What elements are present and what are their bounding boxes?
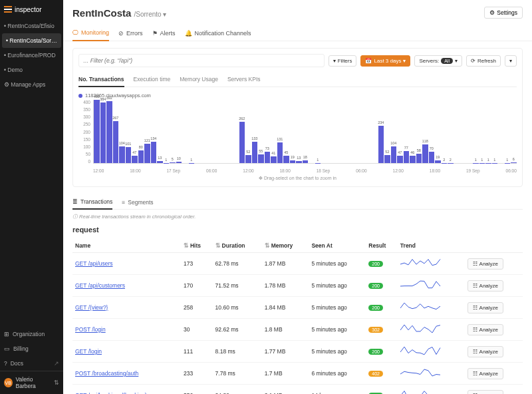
section-tab[interactable]: ≣ Transactions xyxy=(72,195,112,210)
sidebar-item[interactable]: • RentInCosta/Efisio xyxy=(0,19,63,33)
transactions-chart[interactable]: 400350300250200150100500 400384392267104… xyxy=(78,100,517,173)
status-badge: 200 xyxy=(368,283,383,289)
cell-result: 200 xyxy=(366,385,398,395)
chart-bar[interactable]: 47 xyxy=(397,156,403,163)
sort-icon: ⇅ xyxy=(215,242,221,249)
table-row: GET /{view?}25810.60 ms1.84 MB5 minutes … xyxy=(72,297,523,319)
chart-bar[interactable]: 384 xyxy=(100,102,106,163)
chart-bar[interactable]: 52 xyxy=(384,155,390,163)
col-memory[interactable]: ⇅Memory xyxy=(262,239,309,253)
refresh-menu[interactable]: ▾ xyxy=(505,55,517,67)
tab-alerts[interactable]: ⚑ Alerts xyxy=(152,25,176,41)
chart-bar[interactable]: 55 xyxy=(258,154,264,163)
sidebar-foot-item[interactable]: ▭ Billing xyxy=(0,341,63,356)
filters-button[interactable]: ▾ Filters xyxy=(329,55,357,67)
user-menu[interactable]: VB Valerio Barbera ⇅ xyxy=(0,371,63,394)
title-sub[interactable]: /Sorrento ▾ xyxy=(134,11,167,18)
chart-bar[interactable]: 400 xyxy=(94,100,100,163)
cell-actions: ☷ Analyze xyxy=(465,319,523,341)
analyze-button[interactable]: ☷ Analyze xyxy=(467,324,503,335)
transaction-link[interactable]: GET /api/users xyxy=(75,260,113,267)
logo-icon xyxy=(4,5,12,13)
sidebar-item[interactable]: • Demo xyxy=(0,63,63,77)
table-row: POST /broadcasting/auth2337.78 ms1.7 MB6… xyxy=(72,363,523,385)
cell-hits: 356 xyxy=(181,385,213,395)
chart-bar[interactable]: 267 xyxy=(113,121,119,163)
sidebar-foot-item[interactable]: ? Docs↗ xyxy=(0,356,63,371)
transaction-link[interactable]: POST /broadcasting/auth xyxy=(75,370,138,377)
chart-bar[interactable]: 19 xyxy=(290,160,296,164)
filter-input[interactable] xyxy=(78,54,325,67)
sidebar-item[interactable]: • Eurofinance/PROD xyxy=(0,48,63,63)
settings-button[interactable]: ⚙ Settings xyxy=(484,7,523,19)
chart-bar[interactable]: 104 xyxy=(119,146,125,163)
chart-bar[interactable]: 19 xyxy=(435,160,441,164)
analyze-button[interactable]: ☷ Analyze xyxy=(467,302,503,313)
chart-bar[interactable]: 80 xyxy=(138,150,144,163)
chart-bar[interactable]: 47 xyxy=(132,156,138,163)
chart-bar[interactable]: 58 xyxy=(416,154,422,163)
analyze-icon: ☷ xyxy=(473,305,477,311)
tab-monitoring[interactable]: 🖵 Monitoring xyxy=(72,25,109,41)
metric-tab[interactable]: Servers KPIs xyxy=(227,73,261,87)
chart-bar[interactable]: 46 xyxy=(410,156,416,163)
cell-duration: 92.62 ms xyxy=(213,319,262,341)
metric-tab[interactable]: Memory Usage xyxy=(180,73,218,87)
chart-bar[interactable]: 13 xyxy=(157,161,163,163)
chart-bar[interactable]: 70 xyxy=(429,152,435,163)
chart-bar[interactable]: 234 xyxy=(378,126,384,163)
refresh-button[interactable]: ⟳ Refresh xyxy=(466,55,501,67)
cell-hits: 233 xyxy=(181,363,213,385)
cell-memory: 1.84 MB xyxy=(262,297,309,319)
col-duration[interactable]: ⇅Duration xyxy=(213,239,262,253)
tab-notification-channels[interactable]: 🔔 Notification Channels xyxy=(185,25,251,41)
transaction-link[interactable]: GET /{view?} xyxy=(75,304,108,311)
cell-name: GET /login xyxy=(72,341,181,363)
table-body: GET /api/users17362.78 ms1.87 MB5 minute… xyxy=(72,253,523,395)
metric-tab[interactable]: No. Transactions xyxy=(78,73,124,87)
sidebar-item[interactable]: • RentInCosta/Sorr… xyxy=(2,33,61,48)
chart-bar[interactable]: 134 xyxy=(151,142,157,163)
svg-rect-1 xyxy=(4,9,12,10)
analyze-button[interactable]: ☷ Analyze xyxy=(467,346,503,357)
chart-bar[interactable]: 262 xyxy=(239,122,245,163)
analyze-button[interactable]: ☷ Analyze xyxy=(467,390,503,395)
chart-bar[interactable]: 45 xyxy=(283,156,289,163)
section-tab[interactable]: ≡ Segments xyxy=(122,195,153,209)
chart-bar[interactable]: 5 xyxy=(170,162,176,163)
chart-bar[interactable]: 77 xyxy=(404,151,410,163)
chart-bar[interactable]: 73 xyxy=(265,152,271,163)
analyze-icon: ☷ xyxy=(473,349,477,355)
sidebar-item[interactable]: ⚙ Manage Apps xyxy=(0,77,63,92)
col-seen-at: Seen At xyxy=(309,239,366,253)
chart-bar[interactable]: 133 xyxy=(252,142,258,163)
chart-bar[interactable]: 52 xyxy=(245,155,251,163)
chart-bar[interactable]: 18 xyxy=(303,160,309,163)
chart-bar[interactable]: 41 xyxy=(271,156,277,163)
chart-bar[interactable]: 131 xyxy=(277,142,283,163)
chart-bar[interactable]: 118 xyxy=(422,144,428,163)
chart-bar[interactable]: 6 xyxy=(511,162,517,163)
transaction-link[interactable]: GET /login xyxy=(75,348,102,355)
sidebar-foot-item[interactable]: ⊞ Organization xyxy=(0,327,63,341)
analyze-button[interactable]: ☷ Analyze xyxy=(467,368,503,379)
chart-bar[interactable]: 10 xyxy=(176,162,182,163)
analyze-button[interactable]: ☷ Analyze xyxy=(467,258,503,270)
transaction-link[interactable]: GET /api/customers xyxy=(75,282,125,289)
trend-sparkline xyxy=(400,258,443,268)
chart-bar[interactable]: 121 xyxy=(144,144,150,163)
chart-bar[interactable]: 104 xyxy=(391,146,397,163)
servers-filter[interactable]: Servers: All ▾ xyxy=(414,55,462,67)
chart-bar[interactable]: 101 xyxy=(126,147,132,163)
help-icon: ? xyxy=(4,360,7,367)
cell-actions: ☷ Analyze xyxy=(465,275,523,297)
cell-seen: 5 minutes ago xyxy=(309,341,366,363)
metric-tab[interactable]: Execution time xyxy=(134,73,171,87)
analyze-button[interactable]: ☷ Analyze xyxy=(467,280,503,292)
chart-bar[interactable]: 13 xyxy=(296,161,302,163)
transaction-link[interactable]: POST /login xyxy=(75,326,106,333)
tab-errors[interactable]: ⊘ Errors xyxy=(118,25,143,41)
chart-bar[interactable]: 392 xyxy=(106,101,112,163)
daterange-button[interactable]: 📅 Last 3 days ▾ xyxy=(360,55,410,67)
col-hits[interactable]: ⇅Hits xyxy=(181,239,213,253)
